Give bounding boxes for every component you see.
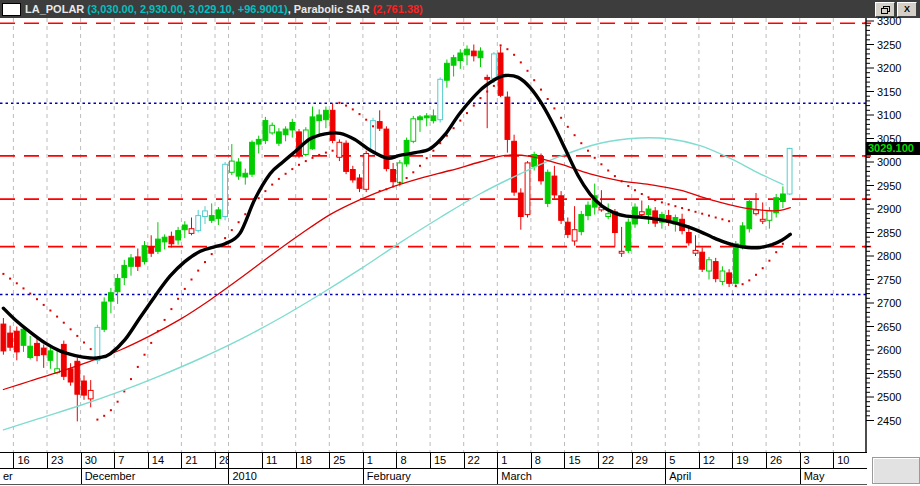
sar-dot xyxy=(238,221,240,223)
candle-body xyxy=(458,53,463,61)
candle-body xyxy=(391,170,396,182)
candle-body xyxy=(619,251,624,253)
week-label-cell: 23 xyxy=(47,453,81,468)
sar-dot xyxy=(144,354,146,356)
week-label-cell: 30 xyxy=(81,453,115,468)
sar-dot xyxy=(258,197,260,199)
candle-body xyxy=(760,219,765,221)
y-axis-label: 2900 xyxy=(877,203,901,215)
sar-dot xyxy=(197,270,199,272)
sar-dot xyxy=(681,207,683,209)
sar-dot xyxy=(432,150,434,152)
y-axis-label: 2550 xyxy=(877,368,901,380)
candle-body xyxy=(270,125,275,133)
sar-dot xyxy=(164,319,166,321)
sar-dot xyxy=(63,322,65,324)
y-axis-label: 3300 xyxy=(877,15,901,27)
sar-dot xyxy=(459,120,461,122)
sar-dot xyxy=(325,152,327,154)
sar-dot xyxy=(56,316,58,318)
candle-body xyxy=(344,143,349,171)
candlestick-chart-canvas[interactable] xyxy=(0,0,920,486)
sar-dot xyxy=(480,97,482,99)
sar-dot xyxy=(742,283,744,285)
sar-dot xyxy=(594,157,596,159)
sar-dot xyxy=(782,243,784,245)
sar-dot xyxy=(674,205,676,207)
candle-body xyxy=(142,246,147,262)
candle-body xyxy=(404,140,409,164)
month-label-cell: December xyxy=(81,469,229,484)
sar-dot xyxy=(264,190,266,192)
month-label-cell: 2010 xyxy=(228,469,362,484)
week-label-cell: 10 xyxy=(833,453,867,468)
sar-dot xyxy=(728,220,730,222)
candle-body xyxy=(8,333,13,347)
month-label-cell: April xyxy=(665,469,799,484)
sar-dot xyxy=(695,211,697,213)
candle-body xyxy=(41,348,46,355)
candle-body xyxy=(216,210,221,219)
candle-body xyxy=(431,116,436,121)
candle-body xyxy=(485,77,490,79)
sar-dot xyxy=(661,201,663,203)
candle-body xyxy=(317,115,322,121)
sar-dot xyxy=(715,217,717,219)
week-label-cell: 3 xyxy=(800,453,834,468)
candle-body xyxy=(377,122,382,129)
month-label-cell: February xyxy=(363,469,497,484)
week-label-cell: 16 xyxy=(13,453,47,468)
candle-body xyxy=(411,119,416,142)
sar-dot xyxy=(170,308,172,310)
candle-body xyxy=(471,51,476,56)
candle-body xyxy=(209,216,214,221)
y-axis-label: 2850 xyxy=(877,227,901,239)
sar-dot xyxy=(231,229,233,231)
candle-body xyxy=(135,257,140,266)
candle-body xyxy=(290,123,295,131)
sar-dot xyxy=(600,163,602,165)
week-label-cell: 1 xyxy=(497,453,531,468)
sar-dot xyxy=(701,213,703,215)
chart-window: LA_POLAR (3,030.00, 2,930.00, 3,029.10, … xyxy=(0,0,920,486)
sar-dot xyxy=(473,105,475,107)
y-axis-label: 2600 xyxy=(877,344,901,356)
candle-body xyxy=(686,233,691,243)
sar-dot xyxy=(83,342,85,344)
candle-body xyxy=(156,239,161,251)
y-axis-label: 2700 xyxy=(877,297,901,309)
sar-dot xyxy=(224,237,226,239)
candle-body xyxy=(350,170,355,180)
sar-dot xyxy=(191,279,193,281)
candle-body xyxy=(129,258,134,266)
y-axis-label: 2650 xyxy=(877,321,901,333)
candle-body xyxy=(586,205,591,215)
sar-dot xyxy=(547,98,549,100)
candle-body xyxy=(102,302,107,329)
candle-body xyxy=(243,173,248,177)
candle-body xyxy=(196,216,201,231)
sar-dot xyxy=(352,108,354,110)
candle-body xyxy=(418,117,423,120)
candle-body xyxy=(424,116,429,118)
candle-body xyxy=(512,141,517,192)
sar-dot xyxy=(318,154,320,156)
week-label-cell: 22 xyxy=(598,453,632,468)
sar-dot xyxy=(406,177,408,179)
sar-dot xyxy=(668,203,670,205)
candle-body xyxy=(1,324,6,351)
sar-dot xyxy=(43,304,45,306)
week-label-cell: 25 xyxy=(329,453,363,468)
candle-body xyxy=(68,369,73,382)
sar-dot xyxy=(607,170,609,172)
candle-body xyxy=(82,381,87,395)
candle-body xyxy=(203,211,208,217)
candle-body xyxy=(700,252,705,269)
candle-body xyxy=(438,79,443,119)
resize-grip[interactable] xyxy=(872,457,920,484)
week-label-cell: 22 xyxy=(464,453,498,468)
sar-dot xyxy=(634,189,636,191)
candle-body xyxy=(149,247,154,254)
sar-dot xyxy=(553,107,555,109)
candle-body xyxy=(277,132,282,143)
